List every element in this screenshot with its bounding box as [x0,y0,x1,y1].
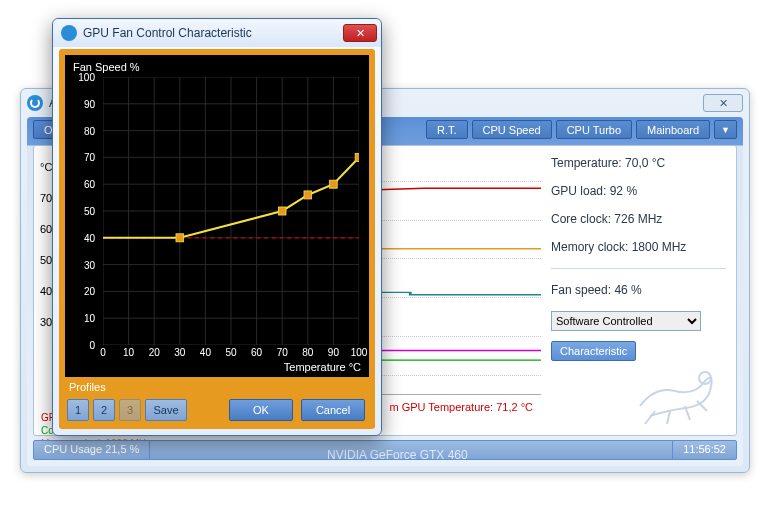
gecko-logo [625,356,725,426]
save-button[interactable]: Save [145,399,187,421]
info-core-clock: Core clock: 726 MHz [551,212,726,226]
status-time: 11:56:52 [673,441,736,459]
control-point[interactable] [176,234,184,242]
control-point[interactable] [355,153,359,161]
fan-curve-chart: Fan Speed % Temperature °C 0102030405060… [65,55,369,377]
gpu-name: NVIDIA GeForce GTX 460 [327,448,468,462]
info-gpu-load: GPU load: 92 % [551,184,726,198]
left-axis: °C 70 60 50 40 30 [40,152,52,338]
dialog-app-icon [61,25,77,41]
dialog-body: Fan Speed % Temperature °C 0102030405060… [59,49,375,429]
info-panel: Temperature: 70,0 °C GPU load: 92 % Core… [551,156,726,361]
fan-curve-dialog: GPU Fan Control Characteristic ✕ Fan Spe… [52,18,382,436]
profiles-label: Profiles [69,381,106,393]
dialog-titlebar[interactable]: GPU Fan Control Characteristic ✕ [53,19,381,47]
control-point[interactable] [278,207,286,215]
profile-1-button[interactable]: 1 [67,399,89,421]
tab-cpu-turbo[interactable]: CPU Turbo [556,120,632,139]
tab-cpu-speed[interactable]: CPU Speed [472,120,552,139]
info-fan-speed: Fan speed: 46 % [551,283,726,297]
fan-mode-select[interactable]: Software Controlled [551,311,701,331]
chart-xticks: 0102030405060708090100 [103,347,359,359]
chart-yticks: 0102030405060708090100 [65,77,99,345]
tab-rt[interactable]: R.T. [426,120,468,139]
control-point[interactable] [304,191,312,199]
app-icon [27,95,43,111]
ok-button[interactable]: OK [229,399,293,421]
characteristic-button[interactable]: Characteristic [551,341,636,361]
info-memory-clock: Memory clock: 1800 MHz [551,240,726,254]
main-close-button[interactable]: ✕ [703,94,743,112]
chart-xlabel: Temperature °C [284,361,361,373]
profile-3-button[interactable]: 3 [119,399,141,421]
tab-dropdown[interactable]: ▼ [714,120,737,139]
dialog-close-button[interactable]: ✕ [343,24,377,42]
dialog-title: GPU Fan Control Characteristic [83,26,252,40]
control-point[interactable] [330,180,338,188]
status-cpu: CPU Usage 21,5 % [34,441,150,459]
axis-unit: °C [40,152,52,183]
profiles-row: Profiles 1 2 3 Save OK Cancel [65,381,369,423]
cancel-button[interactable]: Cancel [301,399,365,421]
chart-plot-area[interactable] [103,77,359,345]
info-temperature: Temperature: 70,0 °C [551,156,726,170]
profile-2-button[interactable]: 2 [93,399,115,421]
tab-mainboard[interactable]: Mainboard [636,120,710,139]
